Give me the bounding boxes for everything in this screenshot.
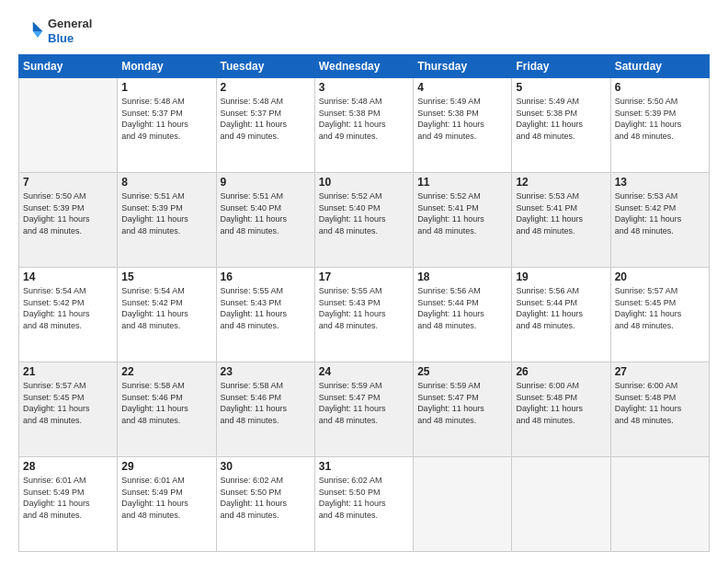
- calendar-week-row: 28Sunrise: 6:01 AM Sunset: 5:49 PM Dayli…: [19, 457, 710, 552]
- calendar-day-cell: 4Sunrise: 5:49 AM Sunset: 5:38 PM Daylig…: [414, 78, 512, 173]
- day-number: 25: [417, 365, 507, 378]
- calendar-week-row: 14Sunrise: 5:54 AM Sunset: 5:42 PM Dayli…: [19, 268, 710, 362]
- day-info: Sunrise: 5:48 AM Sunset: 5:38 PM Dayligh…: [319, 96, 409, 142]
- weekday-header: Wednesday: [314, 55, 413, 78]
- calendar-day-cell: 2Sunrise: 5:48 AM Sunset: 5:37 PM Daylig…: [216, 78, 314, 173]
- calendar-day-cell: 6Sunrise: 5:50 AM Sunset: 5:39 PM Daylig…: [610, 78, 709, 173]
- day-number: 6: [615, 81, 705, 94]
- day-number: 23: [221, 365, 311, 378]
- day-number: 3: [319, 81, 409, 94]
- weekday-header: Saturday: [610, 55, 709, 78]
- calendar-day-cell: 30Sunrise: 6:02 AM Sunset: 5:50 PM Dayli…: [216, 457, 314, 552]
- day-number: 27: [615, 365, 705, 378]
- calendar-day-cell: 25Sunrise: 5:59 AM Sunset: 5:47 PM Dayli…: [414, 362, 512, 457]
- day-info: Sunrise: 5:52 AM Sunset: 5:40 PM Dayligh…: [319, 190, 409, 236]
- calendar-day-cell: [414, 457, 512, 552]
- calendar-day-cell: [512, 457, 610, 552]
- header: General Blue: [18, 17, 710, 45]
- day-number: 28: [23, 460, 113, 473]
- page: General Blue SundayMondayTuesdayWednesda…: [0, 0, 728, 563]
- calendar-day-cell: 8Sunrise: 5:51 AM Sunset: 5:39 PM Daylig…: [118, 173, 216, 268]
- calendar-day-cell: 22Sunrise: 5:58 AM Sunset: 5:46 PM Dayli…: [118, 362, 216, 457]
- calendar-day-cell: 10Sunrise: 5:52 AM Sunset: 5:40 PM Dayli…: [314, 173, 413, 268]
- calendar-day-cell: 15Sunrise: 5:54 AM Sunset: 5:42 PM Dayli…: [118, 268, 216, 362]
- calendar-day-cell: 11Sunrise: 5:52 AM Sunset: 5:41 PM Dayli…: [414, 173, 512, 268]
- weekday-header: Tuesday: [216, 55, 314, 78]
- calendar-day-cell: 7Sunrise: 5:50 AM Sunset: 5:39 PM Daylig…: [19, 173, 118, 268]
- day-info: Sunrise: 5:59 AM Sunset: 5:47 PM Dayligh…: [417, 380, 507, 426]
- day-number: 18: [417, 270, 507, 283]
- day-info: Sunrise: 5:48 AM Sunset: 5:37 PM Dayligh…: [121, 96, 211, 142]
- day-number: 11: [417, 176, 507, 189]
- calendar-day-cell: 12Sunrise: 5:53 AM Sunset: 5:41 PM Dayli…: [512, 173, 610, 268]
- calendar-day-cell: 21Sunrise: 5:57 AM Sunset: 5:45 PM Dayli…: [19, 362, 118, 457]
- day-info: Sunrise: 6:01 AM Sunset: 5:49 PM Dayligh…: [121, 475, 211, 521]
- calendar-day-cell: 17Sunrise: 5:55 AM Sunset: 5:43 PM Dayli…: [314, 268, 413, 362]
- day-number: 26: [516, 365, 606, 378]
- calendar-week-row: 7Sunrise: 5:50 AM Sunset: 5:39 PM Daylig…: [19, 173, 710, 268]
- day-number: 1: [121, 81, 211, 94]
- day-info: Sunrise: 5:53 AM Sunset: 5:41 PM Dayligh…: [516, 190, 606, 236]
- day-number: 14: [23, 270, 113, 283]
- day-number: 13: [615, 176, 705, 189]
- day-number: 22: [121, 365, 211, 378]
- day-info: Sunrise: 6:01 AM Sunset: 5:49 PM Dayligh…: [23, 475, 113, 521]
- calendar-header-row: SundayMondayTuesdayWednesdayThursdayFrid…: [19, 55, 710, 78]
- day-number: 29: [121, 460, 211, 473]
- day-info: Sunrise: 5:55 AM Sunset: 5:43 PM Dayligh…: [221, 285, 311, 331]
- day-info: Sunrise: 5:57 AM Sunset: 5:45 PM Dayligh…: [615, 285, 705, 331]
- day-number: 5: [516, 81, 606, 94]
- day-info: Sunrise: 6:02 AM Sunset: 5:50 PM Dayligh…: [221, 475, 311, 521]
- calendar-day-cell: 28Sunrise: 6:01 AM Sunset: 5:49 PM Dayli…: [19, 457, 118, 552]
- day-number: 16: [221, 270, 311, 283]
- day-info: Sunrise: 5:51 AM Sunset: 5:40 PM Dayligh…: [221, 190, 311, 236]
- calendar-day-cell: 20Sunrise: 5:57 AM Sunset: 5:45 PM Dayli…: [610, 268, 709, 362]
- logo-blue: Blue: [48, 31, 92, 46]
- day-number: 7: [23, 176, 113, 189]
- day-info: Sunrise: 5:49 AM Sunset: 5:38 PM Dayligh…: [417, 96, 507, 142]
- day-info: Sunrise: 6:00 AM Sunset: 5:48 PM Dayligh…: [615, 380, 705, 426]
- calendar-day-cell: 29Sunrise: 6:01 AM Sunset: 5:49 PM Dayli…: [118, 457, 216, 552]
- day-info: Sunrise: 5:50 AM Sunset: 5:39 PM Dayligh…: [23, 190, 113, 236]
- day-info: Sunrise: 5:57 AM Sunset: 5:45 PM Dayligh…: [23, 380, 113, 426]
- day-number: 2: [221, 81, 311, 94]
- calendar-day-cell: [19, 78, 118, 173]
- day-number: 10: [319, 176, 409, 189]
- calendar-day-cell: 9Sunrise: 5:51 AM Sunset: 5:40 PM Daylig…: [216, 173, 314, 268]
- calendar-week-row: 21Sunrise: 5:57 AM Sunset: 5:45 PM Dayli…: [19, 362, 710, 457]
- calendar-day-cell: 23Sunrise: 5:58 AM Sunset: 5:46 PM Dayli…: [216, 362, 314, 457]
- calendar-day-cell: 31Sunrise: 6:02 AM Sunset: 5:50 PM Dayli…: [314, 457, 413, 552]
- day-number: 31: [319, 460, 409, 473]
- calendar-day-cell: 1Sunrise: 5:48 AM Sunset: 5:37 PM Daylig…: [118, 78, 216, 173]
- day-info: Sunrise: 5:52 AM Sunset: 5:41 PM Dayligh…: [417, 190, 507, 236]
- day-info: Sunrise: 6:02 AM Sunset: 5:50 PM Dayligh…: [319, 475, 409, 521]
- day-number: 30: [221, 460, 311, 473]
- calendar-day-cell: 24Sunrise: 5:59 AM Sunset: 5:47 PM Dayli…: [314, 362, 413, 457]
- day-number: 21: [23, 365, 113, 378]
- day-info: Sunrise: 5:49 AM Sunset: 5:38 PM Dayligh…: [516, 96, 606, 142]
- weekday-header: Sunday: [19, 55, 118, 78]
- day-info: Sunrise: 5:56 AM Sunset: 5:44 PM Dayligh…: [516, 285, 606, 331]
- day-info: Sunrise: 5:56 AM Sunset: 5:44 PM Dayligh…: [417, 285, 507, 331]
- calendar-day-cell: 19Sunrise: 5:56 AM Sunset: 5:44 PM Dayli…: [512, 268, 610, 362]
- day-number: 19: [516, 270, 606, 283]
- day-info: Sunrise: 5:59 AM Sunset: 5:47 PM Dayligh…: [319, 380, 409, 426]
- svg-marker-0: [33, 21, 43, 31]
- day-number: 8: [121, 176, 211, 189]
- weekday-header: Friday: [512, 55, 610, 78]
- day-info: Sunrise: 5:58 AM Sunset: 5:46 PM Dayligh…: [121, 380, 211, 426]
- calendar-day-cell: 18Sunrise: 5:56 AM Sunset: 5:44 PM Dayli…: [414, 268, 512, 362]
- calendar-day-cell: 16Sunrise: 5:55 AM Sunset: 5:43 PM Dayli…: [216, 268, 314, 362]
- calendar-table: SundayMondayTuesdayWednesdayThursdayFrid…: [18, 54, 710, 552]
- logo-general: General: [48, 17, 92, 31]
- calendar-day-cell: 26Sunrise: 6:00 AM Sunset: 5:48 PM Dayli…: [512, 362, 610, 457]
- day-number: 12: [516, 176, 606, 189]
- calendar-day-cell: [610, 457, 709, 552]
- day-number: 20: [615, 270, 705, 283]
- svg-marker-1: [33, 31, 43, 38]
- day-info: Sunrise: 5:51 AM Sunset: 5:39 PM Dayligh…: [121, 190, 211, 236]
- calendar-day-cell: 3Sunrise: 5:48 AM Sunset: 5:38 PM Daylig…: [314, 78, 413, 173]
- day-number: 24: [319, 365, 409, 378]
- weekday-header: Thursday: [414, 55, 512, 78]
- calendar-day-cell: 13Sunrise: 5:53 AM Sunset: 5:42 PM Dayli…: [610, 173, 709, 268]
